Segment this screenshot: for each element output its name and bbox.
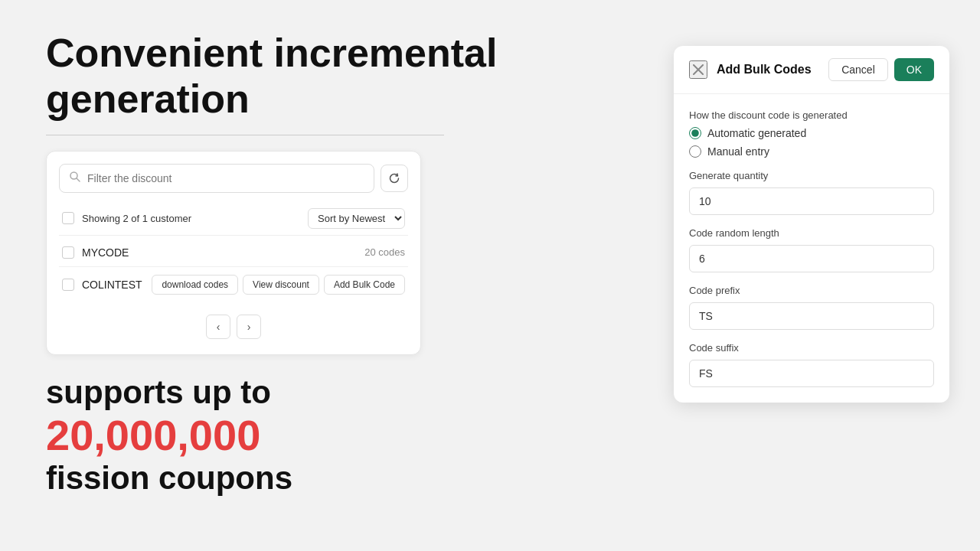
mycode-left: MYCODE [62, 246, 129, 259]
right-panel: Add Bulk Codes Cancel OK How the discoun… [674, 0, 980, 551]
next-page-button[interactable]: › [237, 315, 261, 339]
showing-left: Showing 2 of 1 customer [62, 212, 191, 224]
colintest-name: COLINTEST [82, 279, 142, 291]
search-row [59, 164, 408, 193]
big-number: 20,000,000 [46, 412, 628, 459]
download-codes-button[interactable]: download codes [152, 275, 238, 295]
svg-line-1 [77, 178, 80, 181]
supports-line: supports up to [46, 373, 628, 412]
how-generated-label: How the discount code is generated [689, 109, 934, 121]
code-prefix-group: Code prefix [689, 285, 934, 330]
code-prefix-label: Code prefix [689, 285, 934, 296]
pagination: ‹ › [59, 315, 408, 342]
radio-auto-input[interactable] [689, 127, 701, 139]
discount-widget: Showing 2 of 1 customer Sort by Newest S… [46, 151, 421, 355]
generate-qty-input[interactable] [689, 187, 934, 215]
code-suffix-group: Code suffix [689, 342, 934, 387]
radio-manual-input[interactable] [689, 145, 701, 158]
mycode-name: MYCODE [82, 246, 129, 259]
left-panel: Convenient incremental generation [0, 0, 674, 551]
colintest-actions: download codes View discount Add Bulk Co… [152, 275, 405, 295]
view-discount-button[interactable]: View discount [243, 275, 319, 295]
code-prefix-input[interactable] [689, 302, 934, 330]
page-headline: Convenient incremental generation [46, 31, 628, 122]
generate-qty-label: Generate quantity [689, 170, 934, 181]
mycode-row: MYCODE 20 codes [59, 239, 408, 267]
colintest-row: COLINTEST download codes View discount A… [59, 267, 408, 302]
radio-manual-item[interactable]: Manual entry [689, 145, 934, 158]
select-all-checkbox[interactable] [62, 212, 74, 224]
radio-auto-label: Automatic generated [707, 127, 806, 139]
mycode-checkbox[interactable] [62, 246, 74, 259]
modal-close-button[interactable] [689, 60, 707, 79]
modal-header: Add Bulk Codes Cancel OK [674, 46, 949, 94]
modal-title-area: Add Bulk Codes [689, 60, 812, 79]
modal-header-actions: Cancel OK [828, 58, 934, 81]
modal-body: How the discount code is generated Autom… [674, 94, 949, 403]
code-length-label: Code random length [689, 227, 934, 239]
refresh-button[interactable] [381, 165, 408, 192]
fission-line: fission coupons [46, 459, 628, 497]
cancel-button[interactable]: Cancel [828, 58, 888, 81]
code-length-input[interactable] [689, 245, 934, 272]
search-input[interactable] [87, 172, 364, 184]
showing-count: Showing 2 of 1 customer [82, 213, 191, 224]
code-suffix-input[interactable] [689, 360, 934, 387]
how-generated-group: How the discount code is generated Autom… [689, 109, 934, 158]
add-bulk-codes-modal: Add Bulk Codes Cancel OK How the discoun… [674, 46, 949, 403]
mycode-count: 20 codes [364, 246, 405, 258]
radio-auto-item[interactable]: Automatic generated [689, 127, 934, 139]
code-suffix-label: Code suffix [689, 342, 934, 354]
ok-button[interactable]: OK [894, 58, 934, 81]
showing-row: Showing 2 of 1 customer Sort by Newest S… [59, 202, 408, 236]
generate-qty-group: Generate quantity [689, 170, 934, 215]
colintest-checkbox[interactable] [62, 279, 74, 291]
colintest-left: COLINTEST [62, 279, 142, 291]
bottom-text: supports up to 20,000,000 fission coupon… [46, 373, 628, 497]
search-icon [69, 171, 81, 186]
search-box [59, 164, 374, 193]
modal-title: Add Bulk Codes [717, 63, 812, 77]
code-length-group: Code random length [689, 227, 934, 272]
prev-page-button[interactable]: ‹ [206, 315, 230, 339]
main-layout: Convenient incremental generation [0, 0, 980, 551]
sort-select[interactable]: Sort by Newest Sort by Oldest [308, 208, 405, 229]
add-bulk-code-button[interactable]: Add Bulk Code [324, 275, 405, 295]
radio-group: Automatic generated Manual entry [689, 127, 934, 158]
divider [46, 135, 444, 135]
radio-manual-label: Manual entry [707, 145, 769, 158]
